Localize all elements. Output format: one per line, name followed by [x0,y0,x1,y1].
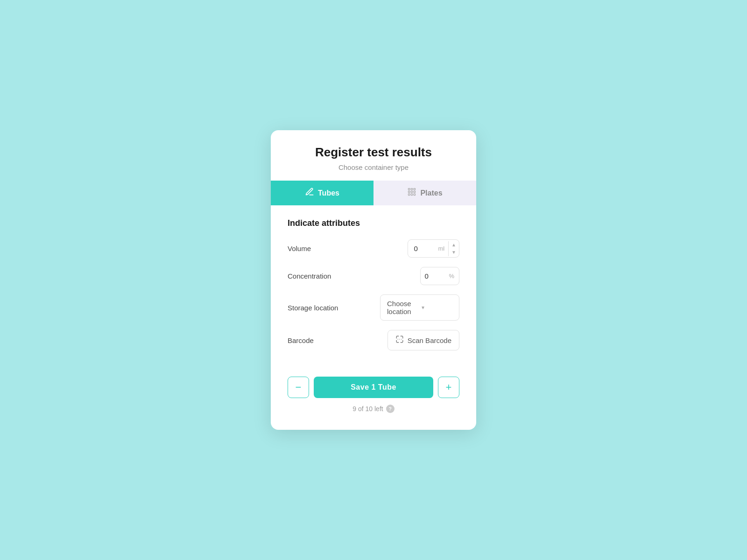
svg-rect-3 [409,191,410,192]
svg-rect-4 [411,191,413,192]
modal-subtitle: Choose container type [286,163,461,171]
concentration-unit: % [449,268,459,284]
decrement-button[interactable]: − [288,377,309,398]
container-type-tabs: Tubes Plates [271,181,476,205]
tab-plates[interactable]: Plates [374,181,476,205]
barcode-field-row: Barcode Scan Barcode [288,330,459,350]
footer-info: 9 of 10 left ? [271,405,476,413]
concentration-input-group: % [420,267,459,285]
svg-rect-7 [411,194,413,195]
volume-spinner: ▲ ▼ [448,241,459,256]
volume-label: Volume [288,245,311,252]
modal-header: Register test results Choose container t… [271,130,476,181]
modal-title: Register test results [286,145,461,160]
svg-rect-5 [414,191,416,192]
scan-barcode-button[interactable]: Scan Barcode [388,330,459,350]
concentration-label: Concentration [288,272,331,280]
scan-icon [395,335,404,345]
register-modal: Register test results Choose container t… [271,130,476,430]
storage-location-field-row: Storage location Choose location ▾ [288,294,459,321]
storage-location-dropdown[interactable]: Choose location ▾ [380,294,459,321]
tab-tubes-label: Tubes [318,189,339,197]
concentration-field-row: Concentration % [288,267,459,285]
save-button[interactable]: Save 1 Tube [314,377,433,398]
location-dropdown-text: Choose location [387,300,418,315]
svg-rect-8 [414,194,416,195]
attributes-section: Indicate attributes Volume ml ▲ ▼ Concen… [271,205,476,373]
increment-button[interactable]: + [438,377,459,398]
section-title: Indicate attributes [288,218,459,228]
tubes-icon [305,187,314,199]
svg-rect-1 [411,189,413,190]
volume-decrement[interactable]: ▼ [449,249,459,256]
barcode-label: Barcode [288,336,314,344]
plates-icon [407,187,416,199]
svg-rect-6 [409,194,410,195]
volume-input[interactable] [408,240,436,257]
concentration-input[interactable] [421,267,449,285]
volume-field-row: Volume ml ▲ ▼ [288,239,459,258]
remaining-count: 9 of 10 left [352,405,383,413]
volume-input-group: ml ▲ ▼ [408,239,459,258]
chevron-down-icon: ▾ [422,304,452,311]
storage-location-label: Storage location [288,304,338,312]
svg-rect-2 [414,189,416,190]
volume-unit: ml [436,240,448,257]
help-icon[interactable]: ? [386,405,395,413]
volume-increment[interactable]: ▲ [449,241,459,249]
actions-row: − Save 1 Tube + [271,373,476,398]
svg-rect-0 [409,189,410,190]
scan-barcode-label: Scan Barcode [408,336,451,344]
tab-tubes[interactable]: Tubes [271,181,374,205]
tab-plates-label: Plates [420,189,442,197]
